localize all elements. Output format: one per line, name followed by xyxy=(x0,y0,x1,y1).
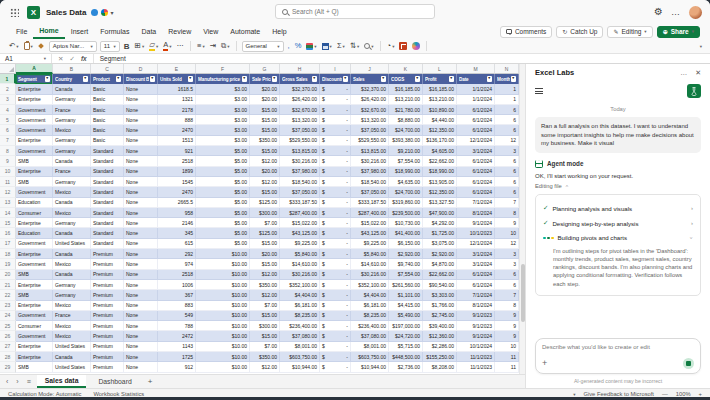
cell[interactable]: $18,990.00 xyxy=(423,167,457,177)
cell[interactable]: Education xyxy=(16,228,53,238)
menu-tab-insert[interactable]: Insert xyxy=(65,26,95,38)
autosum-button[interactable]: Σ▾ xyxy=(336,42,346,50)
panel-menu-icon[interactable] xyxy=(535,88,543,94)
column-header-L[interactable]: L xyxy=(423,64,457,74)
sort-filter-button[interactable]: ⇅▾ xyxy=(349,42,361,50)
cell[interactable]: $- xyxy=(320,270,351,280)
undo-button[interactable]: ↶▾ xyxy=(8,42,20,50)
row-number-25[interactable]: 25 xyxy=(0,321,16,331)
table-header-cell[interactable]: Units Sold▾ xyxy=(158,74,196,84)
cell[interactable]: Canada xyxy=(53,156,91,166)
cell[interactable]: 2665.5 xyxy=(158,198,196,208)
cell[interactable]: $37,050.00 xyxy=(280,125,320,135)
cell[interactable]: $236,400.00 xyxy=(351,321,389,331)
pivot-table-button[interactable] xyxy=(398,42,408,50)
format-painter-button[interactable] xyxy=(37,43,46,50)
cell[interactable]: $5.00 xyxy=(196,177,250,187)
cell[interactable]: None xyxy=(124,362,158,372)
borders-button[interactable]: ⊞▾ xyxy=(134,42,146,50)
cell[interactable]: 12/1/2024 xyxy=(457,239,495,249)
cell[interactable]: $24,720.00 xyxy=(389,331,423,341)
cell[interactable]: $6,181.00 xyxy=(351,301,389,311)
cell[interactable]: 3/1/2024 xyxy=(457,146,495,156)
cell[interactable]: None xyxy=(124,259,158,269)
cell[interactable]: $239,500.00 xyxy=(389,208,423,218)
cell[interactable]: 9 xyxy=(495,311,519,321)
cell[interactable]: 6/1/2024 xyxy=(457,115,495,125)
cell[interactable]: 1 xyxy=(495,84,519,94)
agent-step[interactable]: Building pivots and charts› xyxy=(543,231,693,245)
cell[interactable]: $- xyxy=(320,249,351,259)
cell[interactable]: $18,990.00 xyxy=(389,167,423,177)
cell[interactable]: $4,870.00 xyxy=(423,259,457,269)
cell[interactable]: Enterprise xyxy=(16,301,53,311)
cell[interactable]: $300.00 xyxy=(250,208,280,218)
cell[interactable]: $603,750.00 xyxy=(280,352,320,362)
cell[interactable]: 345 xyxy=(158,228,196,238)
cell[interactable]: 8 xyxy=(495,301,519,311)
cell[interactable]: $5,715.00 xyxy=(389,342,423,352)
cell[interactable]: $352,100.00 xyxy=(351,280,389,290)
cell[interactable]: Government xyxy=(16,146,53,156)
cell[interactable]: Standard xyxy=(91,218,124,228)
ribbon-collapse-chevron[interactable]: ▾ xyxy=(700,44,702,49)
cell[interactable]: Canada xyxy=(53,228,91,238)
cell[interactable]: 367 xyxy=(158,290,196,300)
cell[interactable]: $287,400.00 xyxy=(351,208,389,218)
cell[interactable]: Standard xyxy=(91,198,124,208)
cell[interactable]: 11 xyxy=(495,362,519,372)
cell[interactable]: $30,216.00 xyxy=(280,270,320,280)
cell[interactable]: $32,370.00 xyxy=(280,84,320,94)
cell[interactable]: 788 xyxy=(158,321,196,331)
cell[interactable]: 1545 xyxy=(158,177,196,187)
cell[interactable]: $26,420.00 xyxy=(351,95,389,105)
cell[interactable]: Enterprise xyxy=(16,352,53,362)
settings-gear-icon[interactable]: ⚙ xyxy=(654,7,663,17)
document-title[interactable]: Sales Data xyxy=(46,8,86,17)
cell[interactable]: $261,560.00 xyxy=(389,280,423,290)
cell[interactable]: $- xyxy=(320,208,351,218)
cell[interactable]: Enterprise xyxy=(16,84,53,94)
cell[interactable]: 1513 xyxy=(158,136,196,146)
cell[interactable]: $20.00 xyxy=(250,249,280,259)
cell[interactable]: $12.00 xyxy=(250,270,280,280)
cell[interactable]: $37,050.00 xyxy=(280,187,320,197)
cell[interactable]: $30,216.00 xyxy=(280,156,320,166)
cell[interactable]: 6/1/2024 xyxy=(457,105,495,115)
sheet-tab-dashboard[interactable]: Dashboard xyxy=(90,376,139,387)
cell[interactable]: $7.00 xyxy=(250,301,280,311)
cell[interactable]: $9,225.00 xyxy=(280,239,320,249)
cell[interactable]: $8,235.00 xyxy=(280,311,320,321)
cell[interactable]: 3/1/2024 xyxy=(457,249,495,259)
cell[interactable]: 8/1/2024 xyxy=(457,301,495,311)
cell[interactable]: $15.00 xyxy=(250,125,280,135)
wrap-text-button[interactable]: ⇥ xyxy=(209,42,217,50)
cell[interactable]: $16,185.00 xyxy=(389,84,423,94)
cell[interactable]: 6 xyxy=(495,280,519,290)
cell[interactable]: $5,840.00 xyxy=(351,249,389,259)
cell[interactable]: $- xyxy=(320,105,351,115)
cell[interactable]: $- xyxy=(320,311,351,321)
cell[interactable]: $3.00 xyxy=(196,136,250,146)
menu-tab-help[interactable]: Help xyxy=(266,26,292,38)
panel-close-icon[interactable]: ✕ xyxy=(695,69,701,77)
cell[interactable]: None xyxy=(124,228,158,238)
cell[interactable]: $8,235.00 xyxy=(351,311,389,321)
font-color-button[interactable]: A▾ xyxy=(162,41,172,51)
cell[interactable]: 6 xyxy=(495,187,519,197)
cell[interactable]: 1725 xyxy=(158,352,196,362)
cell[interactable]: 10/1/2023 xyxy=(457,228,495,238)
column-header-F[interactable]: F xyxy=(196,64,250,74)
cell[interactable]: Basic xyxy=(91,105,124,115)
row-number-6[interactable]: 6 xyxy=(0,125,16,135)
cell[interactable]: $5.00 xyxy=(196,208,250,218)
agent-step[interactable]: ✓Planning analysis and visuals› xyxy=(543,201,693,216)
cell[interactable]: $30,216.00 xyxy=(351,270,389,280)
cell[interactable]: 1/1/2024 xyxy=(457,95,495,105)
cell[interactable]: Mexico xyxy=(53,125,91,135)
cell[interactable]: $125.00 xyxy=(250,198,280,208)
filter-dropdown-icon[interactable]: ▾ xyxy=(487,76,493,82)
cell[interactable]: 7/1/2024 xyxy=(457,198,495,208)
cell[interactable]: 11 xyxy=(495,352,519,362)
cell[interactable]: 7/1/2024 xyxy=(457,290,495,300)
